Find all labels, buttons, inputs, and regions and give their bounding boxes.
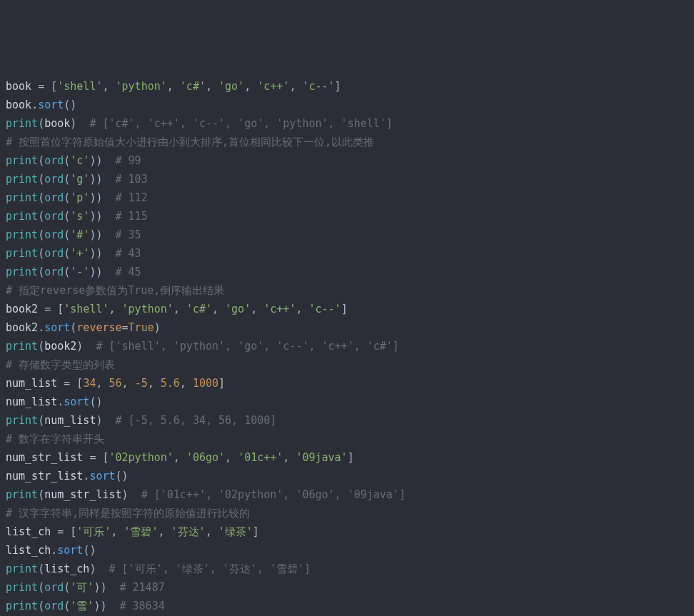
token-punct: (	[64, 600, 70, 612]
code-line[interactable]: # 汉字字符串,同样是按照字符的原始值进行比较的	[6, 504, 688, 522]
code-line[interactable]: print(ord('s')) # 115	[6, 207, 688, 226]
token-punct: ))	[89, 173, 115, 186]
token-punct: ,	[111, 525, 124, 538]
code-line[interactable]: print(book2) # ['shell', 'python', 'go',…	[6, 337, 688, 355]
token-punct: ,	[180, 377, 193, 390]
token-comment: # 汉字字符串,同样是按照字符的原始值进行比较的	[6, 507, 250, 520]
token-comment: # 99	[116, 154, 141, 167]
token-punct: (	[64, 191, 70, 204]
token-func: sort	[38, 99, 64, 111]
token-comment: # 103	[116, 173, 148, 186]
token-str: '09java'	[296, 451, 347, 464]
token-punct: .	[51, 544, 57, 557]
token-var: book2	[44, 340, 76, 353]
token-var: book2	[6, 303, 38, 315]
code-line[interactable]: print(ord('可')) # 21487	[6, 578, 688, 597]
token-punct: ))	[89, 154, 115, 167]
token-comment: # ['01c++', '02python', '06go', '09java'…	[141, 488, 406, 501]
token-punct: (	[64, 266, 70, 278]
token-punct: = [	[31, 80, 57, 93]
code-line[interactable]: # 指定reverse参数值为True,倒序输出结果	[6, 281, 688, 300]
token-punct: =	[122, 321, 129, 334]
token-bltn: print	[6, 247, 38, 260]
token-punct: = [	[57, 377, 83, 390]
code-line[interactable]: # 数字在字符串开头	[6, 430, 688, 448]
code-line[interactable]: print(ord('#')) # 35	[6, 226, 688, 244]
code-line[interactable]: list_ch = ['可乐', '雪碧', '芬达', '绿茶']	[6, 522, 688, 541]
code-line[interactable]: print(num_str_list) # ['01c++', '02pytho…	[6, 485, 688, 504]
token-punct: ))	[94, 600, 119, 612]
token-punct: ))	[89, 210, 115, 223]
token-num: 34	[83, 377, 96, 390]
token-punct: ]	[218, 377, 225, 390]
token-str: 'c--'	[302, 80, 334, 93]
token-punct: (	[38, 210, 44, 223]
token-punct: (	[64, 247, 70, 260]
token-punct: ,	[159, 525, 171, 538]
code-line[interactable]: print(book) # ['c#', 'c++', 'c--', 'go',…	[6, 114, 688, 133]
code-editor-content[interactable]: book = ['shell', 'python', 'c#', 'go', '…	[6, 77, 688, 616]
token-punct: ))	[94, 581, 119, 594]
token-comment: # ['shell', 'python', 'go', 'c--', 'c++'…	[96, 340, 398, 353]
code-line[interactable]: book2 = ['shell', 'python', 'c#', 'go', …	[6, 300, 688, 318]
code-line[interactable]: print(ord('-')) # 45	[6, 263, 688, 281]
token-punct: ,	[244, 80, 257, 93]
token-str: '-'	[70, 266, 89, 278]
token-str: 's'	[70, 210, 89, 223]
code-line[interactable]: print(ord('雪')) # 38634	[6, 597, 688, 615]
token-str: 'shell'	[64, 303, 109, 315]
token-str: 'g'	[70, 173, 89, 186]
token-bltn: ord	[44, 210, 64, 223]
token-punct: ()	[89, 395, 102, 408]
token-punct: )	[76, 340, 96, 353]
code-line[interactable]: num_list = [34, 56, -5, 5.6, 1000]	[6, 374, 688, 393]
token-str: 'go'	[218, 80, 244, 93]
token-str: 'c#'	[180, 80, 206, 93]
code-line[interactable]: list_ch.sort()	[6, 541, 688, 560]
token-bltn: ord	[44, 173, 64, 186]
code-line[interactable]: print(ord('g')) # 103	[6, 170, 688, 188]
token-bltn: print	[6, 562, 38, 575]
code-line[interactable]: num_str_list = ['02python', '06go', '01c…	[6, 448, 688, 467]
token-punct: ,	[167, 80, 180, 93]
token-punct: )	[154, 321, 161, 334]
token-punct: (	[38, 266, 44, 278]
code-line[interactable]: print(list_ch) # ['可乐', '绿茶', '芬达', '雪碧'…	[6, 560, 688, 578]
token-str: 'go'	[225, 303, 251, 315]
token-var: list_ch	[44, 562, 89, 575]
code-line[interactable]: print(ord('c')) # 99	[6, 151, 688, 170]
token-str: '01c++'	[238, 451, 283, 464]
token-var: num_list	[44, 414, 96, 427]
token-punct: (	[38, 117, 44, 130]
token-var: num_list	[6, 395, 57, 408]
token-func: sort	[57, 544, 83, 557]
token-punct: ()	[116, 470, 129, 483]
token-punct: = [	[51, 525, 76, 538]
token-str: 'c++'	[257, 80, 289, 93]
token-punct: (	[64, 228, 70, 241]
code-line[interactable]: # 存储数字类型的列表	[6, 355, 688, 374]
token-bltn: ord	[44, 191, 64, 204]
code-line[interactable]: print(ord('+')) # 43	[6, 244, 688, 263]
token-bltn: print	[6, 117, 38, 130]
code-line[interactable]: book.sort()	[6, 96, 688, 114]
token-num: -5	[135, 377, 148, 390]
token-punct: ]	[253, 525, 259, 538]
code-line[interactable]: print(ord('p')) # 112	[6, 188, 688, 207]
code-line[interactable]: num_list.sort()	[6, 393, 688, 411]
token-bltn: print	[6, 414, 38, 427]
code-line[interactable]: # 按照首位字符原始值大小进行由小到大排序,首位相同比较下一位,以此类推	[6, 133, 688, 151]
token-punct: = [	[38, 303, 64, 315]
code-line[interactable]: book2.sort(reverse=True)	[6, 318, 688, 337]
token-comment: # [-5, 5.6, 34, 56, 1000]	[116, 414, 277, 427]
token-bool: True	[129, 321, 154, 334]
token-comment: # 115	[116, 210, 148, 223]
token-punct: (	[38, 154, 44, 167]
token-var: num_str_list	[6, 470, 83, 483]
token-punct: (	[38, 340, 44, 353]
token-func: sort	[89, 470, 115, 483]
code-line[interactable]: print(num_list) # [-5, 5.6, 34, 56, 1000…	[6, 411, 688, 430]
code-line[interactable]: book = ['shell', 'python', 'c#', 'go', '…	[6, 77, 688, 96]
token-punct: ,	[148, 377, 161, 390]
code-line[interactable]: num_str_list.sort()	[6, 467, 688, 485]
